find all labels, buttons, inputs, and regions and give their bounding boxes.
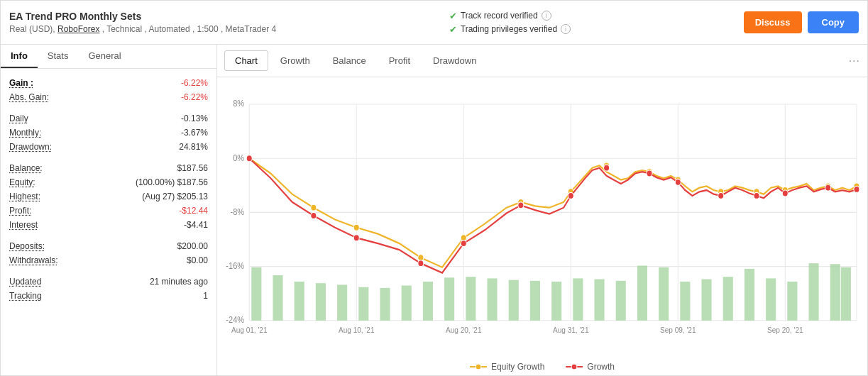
tracking-row: Tracking 1 <box>9 289 208 303</box>
svg-rect-46 <box>745 269 754 321</box>
verification-section: ✔ Track record verified i ✔ Trading priv… <box>449 11 571 35</box>
legend-equity-label: Equity Growth <box>491 362 544 372</box>
svg-rect-49 <box>809 263 819 321</box>
balance-value: $187.56 <box>177 163 208 173</box>
withdrawals-row: Withdrawals: $0.00 <box>9 253 208 267</box>
svg-rect-26 <box>316 283 326 321</box>
withdrawals-label: Withdrawals: <box>9 255 58 265</box>
balance-row: Balance: $187.56 <box>9 161 208 175</box>
info-panel: Gain : -6.22% Abs. Gain: -6.22% Daily -0… <box>1 69 216 375</box>
interest-row: Interest -$4.41 <box>9 218 208 232</box>
gain-value: -6.22% <box>181 78 208 88</box>
svg-point-77 <box>718 192 724 199</box>
monthly-row: Monthly: -3.67% <box>9 126 208 140</box>
deposits-value: $200.00 <box>177 241 208 251</box>
svg-rect-44 <box>702 280 712 321</box>
copy-button[interactable]: Copy <box>808 11 859 33</box>
svg-point-53 <box>311 204 317 211</box>
svg-text:0%: 0% <box>233 153 244 162</box>
svg-rect-28 <box>358 287 368 321</box>
svg-point-68 <box>311 212 317 219</box>
svg-rect-24 <box>273 275 282 321</box>
drawdown-row: Drawdown: 24.81% <box>9 140 208 154</box>
track-info-icon[interactable]: i <box>542 11 551 21</box>
drawdown-label: Drawdown: <box>9 142 52 152</box>
updated-row: Updated 21 minutes ago <box>9 275 208 289</box>
svg-point-83 <box>476 364 481 370</box>
daily-label: Daily <box>9 114 28 123</box>
interest-label: Interest <box>9 220 38 230</box>
profit-row: Profit: -$12.44 <box>9 204 208 218</box>
header-actions: Discuss Copy <box>744 11 859 33</box>
legend-growth: Growth <box>566 362 615 372</box>
svg-rect-33 <box>466 277 476 321</box>
svg-rect-38 <box>573 278 583 320</box>
chart-tab-profit[interactable]: Profit <box>378 50 421 71</box>
chart-area: 8% 0% -8% -16% -24% <box>217 77 867 358</box>
monthly-value: -3.67% <box>181 128 208 138</box>
svg-point-80 <box>825 184 831 191</box>
svg-text:Aug 20, '21: Aug 20, '21 <box>446 325 482 334</box>
svg-text:Aug 31, '21: Aug 31, '21 <box>553 325 589 334</box>
svg-point-74 <box>604 165 610 171</box>
discuss-button[interactable]: Discuss <box>744 11 802 33</box>
svg-point-72 <box>518 202 524 209</box>
trading-verified: ✔ Trading privileges verified i <box>449 24 571 35</box>
equity-value: (100.00%) $187.56 <box>136 177 208 187</box>
svg-rect-47 <box>766 278 776 320</box>
chart-tab-growth[interactable]: Growth <box>270 50 321 71</box>
equity-label: Equity: <box>9 177 35 187</box>
roboforex-link[interactable]: RoboForex <box>57 24 99 34</box>
svg-text:Sep 20, '21: Sep 20, '21 <box>767 325 803 334</box>
updated-value: 21 minutes ago <box>150 277 208 287</box>
chart-tab-drawdown[interactable]: Drawdown <box>422 50 487 71</box>
svg-rect-32 <box>444 277 454 321</box>
right-panel: Chart Growth Balance Profit Drawdown ···… <box>217 45 867 375</box>
svg-text:Aug 10, '21: Aug 10, '21 <box>339 325 375 334</box>
tab-info[interactable]: Info <box>1 45 38 68</box>
more-options-icon[interactable]: ··· <box>849 55 860 67</box>
balance-label: Balance: <box>9 163 43 173</box>
svg-rect-48 <box>787 282 797 321</box>
header-left: EA Trend PRO Monthly Sets Real (USD), Ro… <box>9 11 276 34</box>
legend-growth-label: Growth <box>587 362 615 372</box>
svg-point-69 <box>353 235 359 241</box>
daily-value: -0.13% <box>181 114 208 123</box>
tracking-value: 1 <box>203 291 208 301</box>
abs-gain-row: Abs. Gain: -6.22% <box>9 90 208 104</box>
svg-rect-36 <box>530 281 540 321</box>
legend-equity-growth: Equity Growth <box>470 362 544 372</box>
svg-rect-43 <box>680 282 690 321</box>
monthly-label: Monthly: <box>9 128 41 138</box>
svg-rect-34 <box>487 278 497 320</box>
abs-gain-label: Abs. Gain: <box>9 92 49 102</box>
svg-rect-39 <box>594 280 604 321</box>
chart-tab-chart[interactable]: Chart <box>224 50 268 71</box>
drawdown-value: 24.81% <box>179 142 208 152</box>
svg-rect-25 <box>295 282 304 321</box>
chart-legend: Equity Growth Growth <box>217 358 867 375</box>
svg-point-54 <box>353 224 359 231</box>
tab-general[interactable]: General <box>78 45 131 68</box>
svg-point-73 <box>568 192 573 199</box>
svg-rect-27 <box>337 284 347 320</box>
svg-rect-51 <box>841 267 851 321</box>
svg-text:Aug 01, '21: Aug 01, '21 <box>231 325 268 334</box>
svg-point-76 <box>675 179 681 185</box>
highest-row: Highest: (Aug 27) $205.13 <box>9 189 208 204</box>
svg-rect-35 <box>509 280 519 321</box>
svg-text:-8%: -8% <box>231 206 245 216</box>
svg-point-70 <box>418 260 424 267</box>
chart-svg: 8% 0% -8% -16% -24% <box>224 84 860 355</box>
svg-point-78 <box>754 192 759 199</box>
equity-row: Equity: (100.00%) $187.56 <box>9 175 208 189</box>
trading-info-icon[interactable]: i <box>561 24 571 34</box>
svg-text:8%: 8% <box>233 99 244 109</box>
chart-tab-balance[interactable]: Balance <box>322 50 377 71</box>
svg-point-71 <box>461 240 466 247</box>
svg-point-79 <box>782 190 788 197</box>
chart-tabs-row: Chart Growth Balance Profit Drawdown ··· <box>217 45 867 77</box>
svg-rect-30 <box>402 286 412 321</box>
gain-row: Gain : -6.22% <box>9 76 208 90</box>
tab-stats[interactable]: Stats <box>38 45 79 68</box>
